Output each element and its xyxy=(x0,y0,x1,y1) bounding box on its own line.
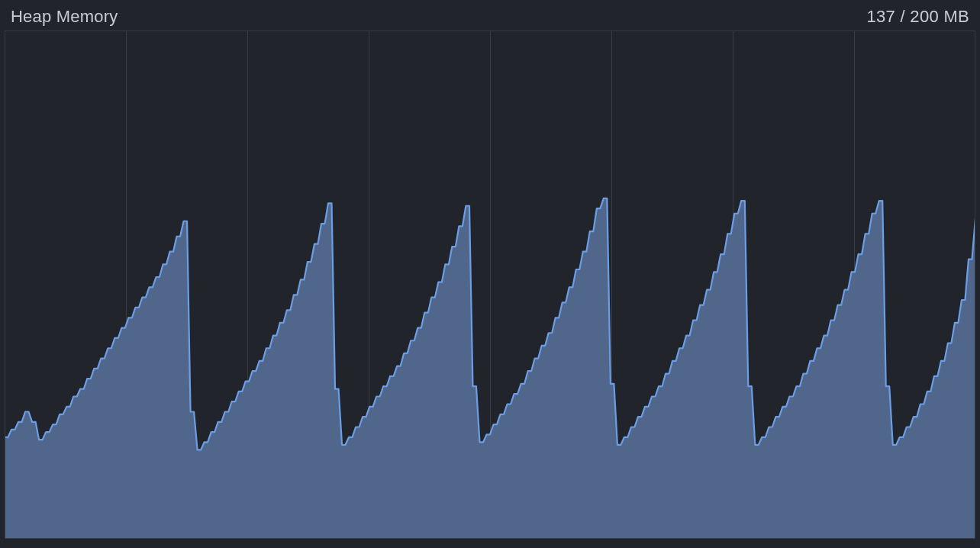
panel-header: Heap Memory 137 / 200 MB xyxy=(0,0,980,31)
panel-title: Heap Memory xyxy=(11,7,118,27)
heap-value: 137 / 200 MB xyxy=(867,7,969,27)
heap-chart xyxy=(5,31,975,539)
heap-chart-svg xyxy=(5,31,975,539)
heap-memory-panel: Heap Memory 137 / 200 MB xyxy=(0,0,980,548)
